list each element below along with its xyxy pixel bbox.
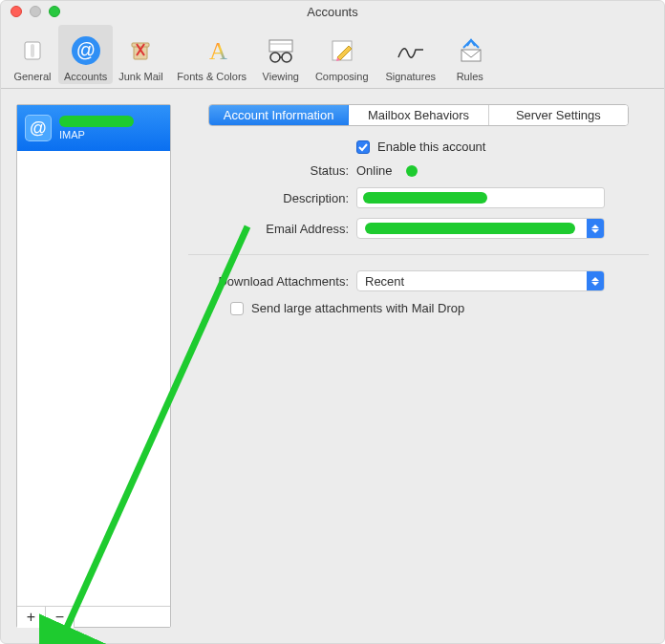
toolbar-viewing[interactable]: Viewing	[255, 25, 307, 84]
description-label: Description:	[188, 191, 349, 205]
pencil-icon	[323, 33, 361, 68]
fonts-icon: A	[193, 33, 231, 68]
svg-rect-4	[134, 46, 147, 59]
tab-mailbox-behaviors[interactable]: Mailbox Behaviors	[349, 105, 488, 125]
download-attachments-label: Download Attachments:	[188, 274, 349, 289]
status-indicator-icon	[406, 165, 418, 177]
svg-rect-5	[132, 43, 149, 47]
toolbar-junkmail[interactable]: Junk Mail	[113, 25, 168, 84]
status-label: Status:	[188, 163, 349, 178]
tab-server-settings[interactable]: Server Settings	[489, 105, 628, 125]
divider	[188, 254, 649, 255]
switch-icon	[13, 33, 52, 68]
toolbar-label: Composing	[315, 71, 369, 82]
toolbar-label: Junk Mail	[118, 71, 162, 82]
window-title: Accounts	[9, 5, 656, 19]
svg-text:A: A	[209, 37, 227, 65]
window-close-button[interactable]	[11, 6, 22, 17]
download-attachments-popup[interactable]: Recent	[356, 270, 605, 291]
enable-account-checkbox[interactable]	[356, 140, 370, 154]
toolbar-label: Rules	[457, 71, 483, 82]
email-value-redacted	[365, 223, 575, 234]
svg-rect-9	[269, 40, 292, 52]
trash-icon	[121, 33, 160, 68]
chevron-updown-icon	[587, 270, 604, 291]
maildrop-checkbox[interactable]	[230, 302, 244, 315]
account-tabs: Account Information Mailbox Behaviors Se…	[208, 104, 629, 126]
maildrop-label: Send large attachments with Mail Drop	[251, 301, 464, 315]
signature-icon	[392, 33, 430, 68]
svg-rect-1	[31, 44, 34, 57]
download-attachments-value: Recent	[365, 274, 404, 289]
add-account-button[interactable]: +	[17, 607, 46, 628]
remove-account-button[interactable]: −	[46, 607, 75, 628]
preferences-toolbar: General @ Accounts Junk Mail A Fonts & C…	[1, 22, 664, 89]
toolbar-general[interactable]: General	[7, 25, 58, 84]
description-value-redacted	[363, 192, 487, 204]
toolbar-fonts-colors[interactable]: A Fonts & Colors	[169, 25, 255, 84]
toolbar-label: Fonts & Colors	[177, 71, 247, 82]
account-type: IMAP	[59, 129, 134, 140]
at-sign-icon: @	[25, 115, 52, 141]
enable-account-label: Enable this account	[377, 140, 485, 154]
email-label: Email Address:	[188, 222, 349, 236]
rules-icon	[451, 33, 489, 68]
description-field[interactable]	[356, 187, 605, 208]
status-value: Online	[356, 163, 393, 178]
at-sign-icon: @	[67, 33, 105, 68]
check-icon	[358, 142, 368, 152]
email-address-popup[interactable]	[356, 218, 605, 239]
toolbar-label: Accounts	[64, 71, 107, 82]
toolbar-accounts[interactable]: @ Accounts	[58, 25, 113, 84]
window-minimize-button[interactable]	[30, 6, 41, 17]
chevron-updown-icon	[587, 218, 604, 239]
glasses-icon	[262, 33, 300, 68]
svg-point-11	[270, 53, 280, 62]
toolbar-label: General	[13, 71, 51, 82]
toolbar-label: Viewing	[263, 71, 299, 82]
account-list-item[interactable]: @ IMAP	[17, 105, 170, 151]
tab-account-information[interactable]: Account Information	[209, 105, 349, 125]
account-name-redacted	[59, 116, 134, 127]
toolbar-rules[interactable]: Rules	[444, 25, 496, 84]
accounts-sidebar: @ IMAP + −	[16, 104, 171, 628]
toolbar-composing[interactable]: Composing	[307, 25, 377, 84]
window-zoom-button[interactable]	[49, 6, 60, 17]
svg-point-12	[282, 53, 291, 62]
toolbar-signatures[interactable]: Signatures	[377, 25, 444, 84]
svg-text:@: @	[75, 39, 95, 60]
toolbar-label: Signatures	[385, 71, 436, 82]
